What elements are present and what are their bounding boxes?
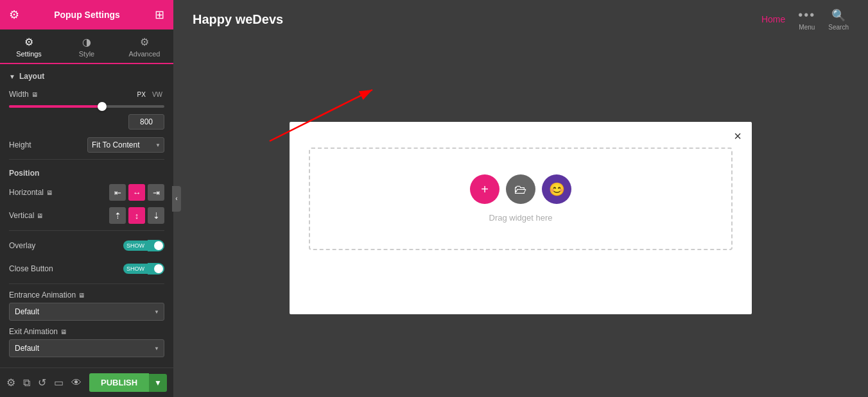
advanced-tab-icon: ⚙	[140, 36, 149, 48]
main-area: Happy weDevs Home ••• Menu 🔍 Search	[173, 0, 868, 397]
exit-animation-monitor-icon: 🖥	[60, 328, 67, 335]
exit-animation-label: Exit Animation 🖥	[9, 327, 164, 336]
width-field-row: Width 🖥 PX VW	[9, 90, 164, 99]
nav-search-label: Search	[828, 24, 849, 31]
nav-home[interactable]: Home	[761, 14, 785, 24]
exit-animation-row: Exit Animation 🖥 Default Fade Slide Zoom	[9, 327, 164, 357]
width-slider-track	[9, 105, 164, 108]
overlay-toggle-knob[interactable]	[148, 240, 164, 251]
plus-icon: +	[481, 182, 489, 197]
align-center-btn[interactable]: ↔	[128, 184, 145, 201]
horizontal-text: Horizontal	[9, 188, 44, 197]
eye-bottom-icon[interactable]: 👁	[71, 377, 82, 389]
responsive-bottom-icon[interactable]: ▭	[54, 376, 64, 389]
layout-arrow-icon: ▼	[9, 73, 15, 80]
horizontal-align-buttons: ⇤ ↔ ⇥	[109, 184, 164, 201]
search-icon[interactable]: 🔍	[831, 8, 846, 22]
gear-bottom-icon[interactable]: ⚙	[6, 376, 15, 389]
entrance-animation-row: Entrance Animation 🖥 Default Fade Slide …	[9, 291, 164, 321]
layers-bottom-icon[interactable]: ⧉	[23, 377, 30, 389]
entrance-animation-select-wrapper: Default Fade Slide Zoom	[9, 303, 164, 321]
width-slider-fill	[9, 105, 102, 108]
sidebar-title: Popup Settings	[54, 10, 120, 20]
width-number-input[interactable]	[128, 114, 164, 130]
widget-icons-row: + 🗁 😊	[470, 174, 571, 204]
vertical-align-buttons: ⇡ ↕ ⇣	[109, 207, 164, 224]
close-button-toggle-knob[interactable]	[148, 263, 164, 275]
entrance-animation-select[interactable]: Default Fade Slide Zoom	[9, 303, 164, 321]
divider-1	[9, 159, 164, 160]
exit-animation-select-wrapper: Default Fade Slide Zoom	[9, 339, 164, 357]
width-label: Width 🖥	[9, 90, 38, 99]
vertical-monitor-icon: 🖥	[37, 212, 43, 219]
align-bottom-btn[interactable]: ⇣	[148, 207, 164, 224]
width-slider-thumb[interactable]	[98, 102, 107, 111]
entrance-animation-text: Entrance Animation	[9, 291, 76, 300]
nav-menu-group: ••• Menu	[798, 8, 815, 31]
nav-dots-icon[interactable]: •••	[798, 8, 815, 22]
unit-px-btn[interactable]: PX	[135, 90, 148, 99]
undo-bottom-icon[interactable]: ↺	[38, 376, 46, 389]
sidebar-content: ▼ Layout Width 🖥 PX VW Heig	[0, 64, 173, 367]
folder-widget-button[interactable]: 🗁	[506, 174, 535, 204]
folder-icon: 🗁	[514, 182, 527, 197]
popup-modal: × + 🗁 😊 Drag widget here	[290, 122, 752, 314]
close-button-label: Close Button	[9, 264, 53, 273]
nav-menu-label: Menu	[799, 24, 815, 31]
divider-3	[9, 283, 164, 284]
advanced-tab-label: Advanced	[129, 50, 161, 58]
horizontal-monitor-icon: 🖥	[46, 189, 53, 196]
height-select-wrapper: Fit To Content Fixed Min Height	[87, 137, 164, 153]
popup-body: + 🗁 😊 Drag widget here	[290, 122, 752, 276]
overlay-toggle-show-label: SHOW	[123, 241, 148, 251]
settings-tab-icon: ⚙	[24, 36, 33, 48]
align-middle-btn[interactable]: ↕	[128, 207, 145, 224]
close-button-toggle-show-label: SHOW	[123, 264, 148, 274]
top-bar: Happy weDevs Home ••• Menu 🔍 Search	[173, 0, 868, 38]
width-slider-container	[9, 105, 164, 108]
site-title: Happy weDevs	[193, 12, 283, 27]
tab-advanced[interactable]: ⚙ Advanced	[116, 30, 173, 64]
publish-button[interactable]: PUBLISH	[89, 373, 149, 392]
position-label: Position	[9, 169, 164, 178]
popup-close-button[interactable]: ×	[734, 130, 742, 142]
horizontal-label: Horizontal 🖥	[9, 188, 53, 197]
exit-animation-text: Exit Animation	[9, 327, 58, 336]
face-widget-button[interactable]: 😊	[542, 174, 571, 204]
height-select[interactable]: Fit To Content Fixed Min Height	[87, 137, 164, 153]
align-top-btn[interactable]: ⇡	[109, 207, 126, 224]
layout-section-header: ▼ Layout	[9, 72, 164, 81]
add-widget-button[interactable]: +	[470, 174, 499, 204]
vertical-field-row: Vertical 🖥 ⇡ ↕ ⇣	[9, 207, 164, 224]
sidebar: ⚙ Popup Settings ⊞ ⚙ Settings ◑ Style ⚙ …	[0, 0, 173, 397]
grid-icon[interactable]: ⊞	[155, 8, 164, 22]
horizontal-field-row: Horizontal 🖥 ⇤ ↔ ⇥	[9, 184, 164, 201]
height-text: Height	[9, 140, 31, 149]
style-tab-label: Style	[79, 50, 94, 58]
widget-drop-area[interactable]: + 🗁 😊 Drag widget here	[309, 148, 733, 250]
align-left-btn[interactable]: ⇤	[109, 184, 126, 201]
publish-arrow-button[interactable]: ▼	[149, 374, 167, 392]
hamburger-icon[interactable]: ⚙	[9, 8, 19, 22]
exit-animation-select[interactable]: Default Fade Slide Zoom	[9, 339, 164, 357]
collapse-handle[interactable]: ‹	[172, 186, 181, 212]
height-field-row: Height Fit To Content Fixed Min Height	[9, 137, 164, 153]
entrance-animation-monitor-icon: 🖥	[78, 292, 85, 299]
layout-section-label: Layout	[19, 72, 44, 81]
overlay-label: Overlay	[9, 241, 35, 250]
overlay-toggle-row: Overlay SHOW	[9, 237, 164, 254]
vertical-label: Vertical 🖥	[9, 211, 43, 220]
align-right-btn[interactable]: ⇥	[148, 184, 164, 201]
tab-settings[interactable]: ⚙ Settings	[0, 30, 58, 64]
unit-vw-btn[interactable]: VW	[150, 90, 164, 99]
sidebar-bottom-bar: ⚙ ⧉ ↺ ▭ 👁 PUBLISH ▼	[0, 367, 173, 397]
top-nav: Home ••• Menu 🔍 Search	[761, 8, 849, 31]
sidebar-header: ⚙ Popup Settings ⊞	[0, 0, 173, 30]
width-monitor-icon: 🖥	[31, 91, 38, 98]
settings-tab-label: Settings	[16, 50, 42, 58]
overlay-toggle[interactable]: SHOW	[123, 240, 164, 251]
height-label: Height	[9, 140, 31, 149]
close-button-toggle[interactable]: SHOW	[123, 263, 164, 275]
tab-style[interactable]: ◑ Style	[58, 30, 116, 64]
vertical-text: Vertical	[9, 211, 34, 220]
